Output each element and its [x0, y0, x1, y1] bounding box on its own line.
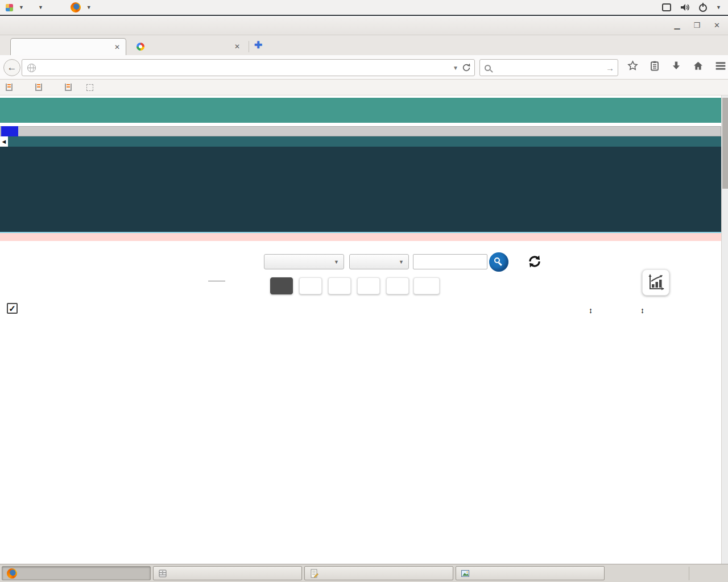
menu-places[interactable]: ▼ — [30, 0, 49, 15]
table-header: ✓ ↓↑ ↓↑ — [0, 301, 721, 317]
taskbar-window-screenshot[interactable] — [456, 566, 605, 580]
image-icon — [461, 569, 470, 578]
back-button[interactable]: ← — [3, 59, 20, 76]
maximize-button[interactable]: ❒ — [693, 21, 700, 30]
chevron-down-icon: ▼ — [86, 5, 92, 10]
repeat-plot[interactable] — [0, 147, 721, 232]
bookmark-item[interactable] — [5, 84, 22, 91]
taskbar-window-editor[interactable] — [304, 566, 453, 580]
sort-ascending-icon[interactable]: ↑ — [640, 306, 644, 315]
url-bar[interactable]: ▼ — [22, 59, 475, 76]
window-indicator-icon[interactable] — [661, 2, 672, 13]
default-favicon — [86, 84, 93, 91]
page-number-input[interactable] — [208, 281, 225, 281]
filter-match-select[interactable]: ▼ — [349, 254, 409, 269]
power-icon[interactable] — [698, 2, 708, 13]
bookmarks-menu-icon[interactable] — [650, 61, 660, 71]
page-button-4[interactable] — [357, 277, 380, 294]
taskbar-separator — [689, 567, 689, 580]
screen: ▼ ▼ ▼ ▼ ▁ ❒ ✕ ✕ — [0, 0, 728, 582]
sort-ascending-icon[interactable]: ↑ — [589, 306, 593, 315]
sequence-ruler: ◄ — [0, 136, 721, 147]
distro-icon — [6, 4, 13, 11]
taskbar-window-pictures[interactable] — [153, 566, 302, 580]
tab-close-icon[interactable]: ✕ — [234, 43, 240, 51]
firefox-icon — [71, 2, 81, 13]
page-scrollbar-thumb[interactable] — [722, 98, 728, 189]
search-bar[interactable]: → — [479, 59, 618, 76]
filter-row: ▼ ▼ — [0, 252, 721, 272]
menu-firefox[interactable]: ▼ — [65, 0, 97, 15]
filter-type-select[interactable]: ▼ — [264, 254, 344, 269]
page-button-last[interactable] — [413, 277, 440, 294]
search-go-icon[interactable]: → — [606, 63, 614, 73]
tab-separator — [249, 41, 249, 52]
select-all-checkbox[interactable]: ✓ — [7, 303, 18, 314]
text-file-icon — [309, 569, 318, 578]
search-icon — [485, 65, 491, 71]
tab-repex-result[interactable]: ✕ — [10, 38, 126, 55]
search-icon — [494, 257, 500, 263]
bookmark-star-icon[interactable] — [627, 60, 638, 71]
stackoverflow-icon — [35, 84, 42, 91]
gnome-taskbar — [0, 564, 728, 582]
stackoverflow-icon — [6, 84, 13, 91]
filter-search-button[interactable] — [489, 252, 508, 272]
home-icon[interactable] — [693, 60, 704, 71]
page-viewport: ◄ ▼ ▼ — [0, 95, 721, 564]
page-button-5[interactable] — [386, 277, 409, 294]
tab-bar: ✕ ✕ ✚ — [0, 35, 728, 55]
chevron-down-icon: ▼ — [19, 5, 24, 10]
new-tab-button[interactable]: ✚ — [254, 40, 262, 50]
chart-view-button[interactable] — [642, 269, 669, 296]
zoom-slider-track[interactable] — [0, 126, 721, 136]
density-heatbar — [0, 232, 721, 241]
menu-hamburger-icon[interactable] — [715, 61, 726, 71]
chevron-down-icon: ▼ — [399, 259, 404, 265]
ruler-left-arrow-icon[interactable]: ◄ — [0, 136, 8, 147]
bookmark-item[interactable] — [85, 84, 102, 91]
bar-chart-icon — [647, 273, 665, 292]
globe-icon — [27, 64, 36, 72]
page-button-1[interactable] — [270, 277, 293, 294]
chevron-down-icon: ▼ — [38, 5, 43, 10]
bookmark-item[interactable] — [64, 84, 81, 91]
zoom-slider-handle[interactable] — [1, 126, 18, 136]
filter-query-input[interactable] — [413, 254, 487, 269]
refresh-icon — [527, 254, 542, 269]
refresh-button[interactable] — [527, 254, 543, 270]
speaker-icon[interactable] — [680, 2, 690, 13]
gmail-favicon — [136, 43, 144, 51]
taskbar-window-firefox[interactable] — [2, 566, 151, 580]
page-button-2[interactable] — [299, 277, 322, 294]
chevron-down-icon: ▼ — [334, 259, 339, 265]
page-banner — [0, 98, 721, 123]
minimize-button[interactable]: ▁ — [674, 21, 680, 30]
results-row — [0, 277, 721, 294]
download-icon[interactable] — [671, 61, 681, 71]
folder-icon — [158, 569, 167, 578]
gnome-top-bar: ▼ ▼ ▼ ▼ — [0, 0, 728, 16]
page-scrollbar[interactable] — [721, 95, 728, 564]
window-titlebar: ▁ ❒ ✕ — [0, 17, 728, 35]
search-input[interactable] — [494, 63, 606, 72]
bookmark-item[interactable] — [34, 84, 51, 91]
reload-icon[interactable] — [462, 63, 471, 72]
bookmarks-bar — [0, 80, 728, 95]
page-button-3[interactable] — [328, 277, 351, 294]
close-button[interactable]: ✕ — [714, 21, 720, 30]
tab-close-icon[interactable]: ✕ — [114, 43, 120, 51]
tab-gmail[interactable]: ✕ — [131, 38, 246, 55]
stackoverflow-icon — [65, 84, 72, 91]
chevron-down-icon[interactable]: ▼ — [716, 5, 721, 10]
menu-applications[interactable]: ▼ — [0, 0, 30, 15]
firefox-icon — [7, 568, 17, 579]
url-dropdown-icon[interactable]: ▼ — [449, 65, 462, 71]
